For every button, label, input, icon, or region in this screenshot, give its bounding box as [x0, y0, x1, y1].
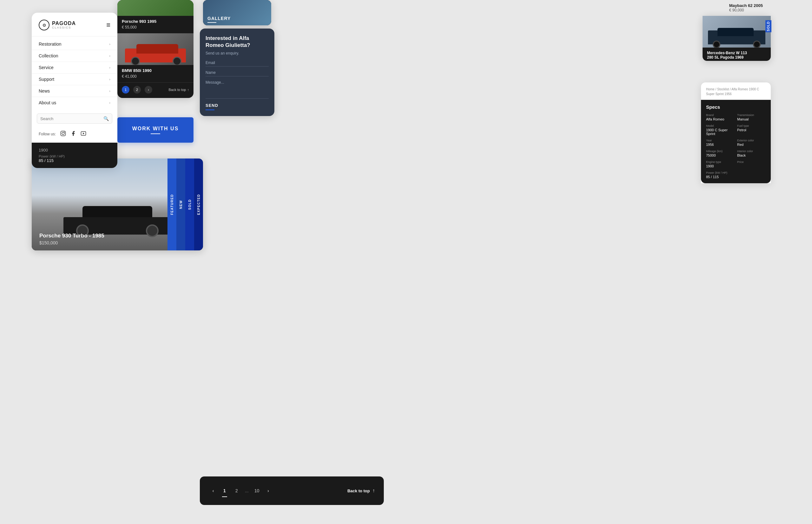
bmw-image: [117, 33, 193, 65]
power-value: 85 / 115: [39, 158, 110, 163]
back-to-top-link[interactable]: Back to top ↑: [169, 88, 189, 92]
spec-model-value: 1900 C Super Sprint: [706, 128, 735, 136]
gallery-underline: [207, 22, 216, 23]
sold-image-container: SOLD: [703, 16, 771, 48]
up-arrow-icon: ↑: [372, 488, 375, 494]
nav-item-about[interactable]: About us ›: [32, 97, 117, 109]
work-underline: [151, 133, 160, 134]
spec-mile-value: 75000: [706, 153, 735, 157]
mobile-nav-card: ⊙ PAGODA CLASSICS ≡ Restoration › Collec…: [32, 13, 117, 168]
hamburger-icon[interactable]: ≡: [106, 21, 110, 29]
work-with-us-label: WORK WITH US: [132, 126, 179, 132]
nav-item-collection[interactable]: Collection ›: [32, 50, 117, 62]
spec-brand: Brand Alfa Romeo: [706, 114, 735, 121]
message-label: Message...: [206, 80, 269, 85]
tag-featured: FEATURED: [168, 159, 176, 250]
spec-mile-label: Mileage (km): [706, 150, 735, 153]
car-price-2: € 41,000: [117, 74, 193, 82]
nav-label: Restoration: [39, 42, 62, 47]
prev-page-btn[interactable]: ‹: [209, 486, 218, 495]
featured-car-card: Porsche 930 Turbo - 1985 $150,000 FEATUR…: [32, 159, 203, 250]
bmw-wheel-right: [173, 57, 181, 65]
up-arrow-icon: ↑: [188, 88, 189, 92]
bmw-wheel-left: [131, 57, 140, 65]
spec-fuel: Fuel type Petrol: [737, 124, 766, 136]
spec-brand-value: Alfa Romeo: [706, 117, 735, 121]
logo-icon: ⊙: [39, 20, 49, 30]
nav-item-news[interactable]: News ›: [32, 85, 117, 97]
next-page-btn[interactable]: ›: [264, 486, 273, 495]
svg-point-2: [64, 132, 65, 132]
follow-label: Follow us:: [39, 132, 56, 136]
search-bar[interactable]: 🔍: [37, 114, 112, 124]
email-field-container: Email: [206, 61, 269, 67]
page-next-btn[interactable]: ›: [145, 86, 152, 94]
brand-sub: CLASSICS: [52, 26, 76, 29]
specs-header: Specs: [706, 104, 766, 110]
spec-ext-value: Red: [737, 143, 766, 146]
nav-dark-bottom: 1900 Power (kW / HP) 85 / 115: [32, 143, 117, 168]
gallery-image: GALLERY: [203, 0, 271, 26]
chevron-down-icon: ›: [109, 89, 110, 93]
spec-trans-value: Manual: [737, 117, 766, 121]
tag-badges: FEATURED NEW SOLD EXPECTED: [168, 159, 203, 250]
gallery-card: GALLERY: [203, 0, 271, 26]
back-to-top-text: Back to top: [347, 489, 370, 493]
nav-model: 1900: [39, 148, 110, 152]
spec-model: Model 1900 C Super Sprint: [706, 124, 735, 136]
spec-interior: Interior color Black: [737, 150, 766, 157]
tag-expected: EXPECTED: [194, 159, 203, 250]
bmw-roof: [137, 44, 178, 53]
spec-mileage: Mileage (km) 75000: [706, 150, 735, 157]
sold-car-card: SOLD Mercedes-Benz W 113 280 SL Pagoda 1…: [703, 16, 771, 61]
spec-int-label: Interior color: [737, 150, 766, 153]
featured-price: $150,000: [39, 240, 58, 245]
nav-item-support[interactable]: Support ›: [32, 73, 117, 85]
nav-items-list: Restoration › Collection › Service › Sup…: [32, 36, 117, 110]
nav-label: Support: [39, 77, 54, 82]
page-1[interactable]: 1: [220, 486, 230, 496]
spec-trans-label: Transmission: [737, 114, 766, 117]
page-2[interactable]: 2: [232, 486, 242, 496]
name-underline: [206, 76, 269, 77]
nav-item-restoration[interactable]: Restoration ›: [32, 38, 117, 50]
spec-engine: Engine type 1900: [706, 160, 735, 168]
search-input[interactable]: [40, 116, 104, 121]
car-image: [117, 0, 193, 16]
car-title: Porsche 993 1995: [117, 16, 193, 25]
spec-transmission: Transmission Manual: [737, 114, 766, 121]
spec-price: Price: [737, 160, 766, 168]
page-1-btn[interactable]: 1: [122, 86, 129, 94]
page-dots: ...: [244, 488, 250, 493]
search-icon[interactable]: 🔍: [104, 116, 109, 121]
send-button[interactable]: SEND: [206, 103, 269, 108]
featured-title: Porsche 930 Turbo - 1985: [39, 233, 105, 239]
page-2-btn[interactable]: 2: [133, 86, 141, 94]
spec-year-value: 1956: [706, 143, 735, 146]
spec-power-value: 85 / 115: [706, 175, 766, 179]
nav-label: News: [39, 88, 50, 94]
instagram-icon[interactable]: [60, 131, 66, 137]
car-wheel-right: [146, 225, 159, 237]
chevron-down-icon: ›: [109, 54, 110, 58]
spec-fuel-value: Petrol: [737, 128, 766, 132]
specs-card: Home / Stocklist / Alfa Romeo 1900 C Sup…: [701, 82, 771, 183]
chevron-down-icon: ›: [109, 77, 110, 81]
maybach-price: € 90,000: [729, 8, 763, 12]
page-10[interactable]: 10: [252, 486, 262, 496]
spec-price-label: Price: [737, 160, 766, 164]
spec-power-label: Power (kW / HP): [706, 171, 766, 174]
back-to-top-button[interactable]: Back to top ↑: [347, 488, 375, 494]
work-with-us-button[interactable]: WORK WITH US: [117, 117, 193, 143]
featured-bg: Porsche 930 Turbo - 1985 $150,000 FEATUR…: [32, 159, 203, 250]
message-area[interactable]: [206, 86, 269, 99]
youtube-icon[interactable]: [81, 131, 86, 137]
logo[interactable]: ⊙ PAGODA CLASSICS: [39, 20, 76, 30]
nav-item-service[interactable]: Service ›: [32, 62, 117, 73]
mercedes-title: Mercedes-Benz W 113 280 SL Pagoda 1969: [703, 48, 771, 61]
facebook-icon[interactable]: [70, 131, 76, 137]
page-nav: ‹ 1 2 ... 10 ›: [209, 486, 273, 496]
breadcrumb: Home / Stocklist / Alfa Romeo 1900 C Sup…: [701, 82, 771, 100]
nav-label: About us: [39, 100, 56, 105]
svg-point-1: [62, 132, 64, 135]
